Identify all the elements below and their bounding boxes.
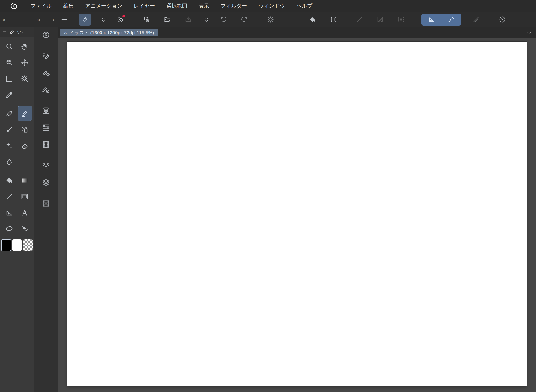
menubar-item-5[interactable]: 選択範囲 (161, 0, 193, 12)
selection-launcher-button[interactable] (395, 14, 407, 26)
operate-object-tool[interactable] (2, 55, 16, 70)
color-set-palette-button[interactable] (40, 121, 53, 134)
line-icon (5, 192, 14, 201)
bucket-icon (308, 16, 316, 23)
collapse-tool-palette-button[interactable]: « (2, 12, 5, 27)
auto-select-tool[interactable] (18, 71, 32, 86)
timeline-palette-button[interactable] (40, 138, 53, 151)
blend-tool[interactable] (2, 154, 16, 169)
main-color-swatch[interactable] (1, 239, 11, 251)
collapse-dock-button[interactable]: « (37, 12, 39, 27)
open-file-button[interactable] (161, 14, 173, 26)
gradient-tool[interactable] (18, 173, 32, 188)
brush-tool[interactable] (2, 122, 16, 137)
help-icon (499, 16, 506, 23)
quick-mask-button[interactable] (374, 14, 386, 26)
dashed-square-icon (288, 16, 295, 23)
save-menu-collapse-button[interactable] (203, 14, 210, 26)
zoom-tool[interactable] (2, 39, 16, 54)
canvas[interactable] (67, 42, 527, 386)
pen-circle-icon (42, 85, 50, 94)
canvas-area: × イラスト (1600 x 1200px 72dpi 115.5%) (58, 27, 536, 392)
command-bar-collapse-button[interactable] (100, 14, 107, 26)
palette-resize-handle[interactable] (32, 17, 34, 22)
pen-input-settings-button[interactable] (79, 14, 91, 26)
undo-button[interactable] (217, 14, 229, 26)
main-menu-button[interactable] (58, 14, 70, 26)
document-tab[interactable]: × イラスト (1600 x 1200px 72dpi 115.5%) (60, 29, 158, 36)
select-area-tool[interactable] (2, 71, 16, 86)
open-clip-studio-button[interactable] (114, 14, 126, 26)
tool-tab-icon[interactable] (9, 29, 15, 35)
airbrush-icon (20, 125, 29, 134)
color-wheel-palette-button[interactable] (40, 104, 53, 117)
ruler-tool[interactable] (2, 205, 16, 220)
color-grid-icon (42, 123, 50, 132)
sub-tool-palette-button[interactable] (40, 49, 53, 62)
layer-property-palette-button[interactable] (40, 159, 53, 172)
transparent-color-swatch[interactable] (23, 239, 33, 251)
help-button[interactable] (496, 14, 508, 26)
color-swatches (0, 236, 34, 251)
menubar-item-4[interactable]: レイヤー (128, 0, 161, 12)
frame-border-tool[interactable] (18, 189, 32, 204)
correct-line-tool[interactable] (18, 221, 32, 236)
pen-icon (5, 109, 14, 118)
eraser-tool[interactable] (18, 138, 32, 153)
triangle-ruler-icon (428, 16, 435, 23)
menubar-item-3[interactable]: アニメーション (79, 0, 128, 12)
mask-half-icon (376, 16, 384, 23)
figure-tool[interactable] (2, 189, 16, 204)
layer-palette-button[interactable] (40, 176, 53, 189)
menubar-item-6[interactable]: 表示 (193, 0, 215, 12)
snap-to-special-ruler-button[interactable] (441, 14, 461, 26)
navigator-palette-button[interactable] (40, 197, 53, 210)
brush-size-palette-button[interactable] (40, 83, 53, 96)
marker-tool[interactable] (18, 106, 32, 121)
fill-selection-button[interactable] (306, 14, 318, 26)
text-tool[interactable] (18, 205, 32, 220)
move-layer-tool[interactable] (18, 55, 32, 70)
menubar-item-2[interactable]: 編集 (58, 0, 79, 12)
dashed-square-icon (5, 74, 14, 83)
eyedropper-tool[interactable] (2, 87, 16, 102)
fill-tool[interactable] (2, 173, 16, 188)
pen-tool[interactable] (2, 106, 16, 121)
sparkles-icon (5, 141, 14, 150)
move-screen-tool[interactable] (18, 39, 32, 54)
chevron-updown-icon (204, 17, 210, 23)
new-canvas-button[interactable] (140, 14, 152, 26)
menubar-item-1[interactable]: ファイル (25, 0, 58, 12)
wand-icon (20, 74, 29, 83)
menubar-item-8[interactable]: ウィンドウ (253, 0, 291, 12)
deselect-button[interactable] (265, 14, 276, 26)
snap-to-ruler-button[interactable] (421, 14, 441, 26)
balloon-tool[interactable] (2, 221, 16, 236)
snap-to-guide-button[interactable] (470, 14, 482, 26)
new-file-icon (143, 16, 150, 23)
scale-rotate-button[interactable] (327, 14, 339, 26)
move-arrows-icon (20, 58, 29, 67)
eyedropper-icon (5, 91, 14, 99)
palette-menu-icon[interactable] (2, 30, 7, 34)
airbrush-tool[interactable] (18, 122, 32, 137)
save-icon (184, 16, 192, 23)
decoration-tool[interactable] (2, 138, 16, 153)
tool-palette-title: ツ- (17, 29, 23, 35)
undo-icon (220, 16, 227, 23)
reselect-button[interactable] (285, 14, 297, 26)
close-document-icon[interactable]: × (64, 30, 67, 35)
menubar-item-7[interactable]: フィルター (215, 0, 253, 12)
pen-gear-icon (42, 68, 50, 77)
clear-selection-button[interactable] (353, 14, 365, 26)
tool-property-palette-button[interactable] (40, 66, 53, 79)
expand-dock-button[interactable]: › (52, 12, 53, 27)
menubar-item-9[interactable]: ヘルプ (291, 0, 318, 12)
sub-color-swatch[interactable] (12, 239, 22, 251)
tab-list-chevron-down-icon[interactable] (526, 30, 532, 36)
gradient-square-icon (20, 176, 29, 185)
water-drop-icon (5, 158, 14, 166)
save-file-button[interactable] (182, 14, 194, 26)
quick-access-palette-button[interactable] (40, 28, 53, 41)
redo-button[interactable] (238, 14, 250, 26)
